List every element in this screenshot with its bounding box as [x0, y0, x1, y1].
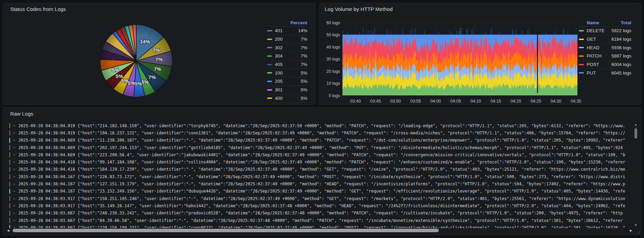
pie-legend-item[interactable]: 4045%	[267, 102, 307, 105]
legend-label: 200	[275, 37, 300, 42]
expand-chevron-icon[interactable]: >	[13, 189, 15, 194]
expand-chevron-icon[interactable]: >	[13, 138, 15, 143]
horizontal-scrollbar-thumb[interactable]	[13, 229, 439, 232]
legend-value: 5%	[300, 70, 307, 76]
scroll-up-arrow-icon[interactable]: ▲	[633, 123, 638, 127]
expand-chevron-icon[interactable]: >	[13, 131, 15, 135]
pie-legend-item[interactable]: 3047%	[267, 52, 307, 60]
pie-legend-percent-header[interactable]: Percent	[267, 19, 307, 26]
pie-legend-item[interactable]: 4057%	[267, 60, 307, 69]
log-level-bar	[9, 182, 10, 187]
expand-chevron-icon[interactable]: >	[13, 145, 15, 150]
log-row[interactable]: >2025-09-28 04:38:04.919 {"host":"194.16…	[7, 129, 631, 136]
pie-legend-item[interactable]: 1005%	[267, 68, 307, 77]
pie-legend-item[interactable]: 4005%	[267, 94, 307, 103]
horizontal-scrollbar[interactable]: ◀ ▶	[6, 228, 633, 233]
x-axis-label: 03:40	[350, 99, 361, 104]
log-row[interactable]: >2025-09-28 04:38:04.167 {"host":"226.83…	[7, 173, 631, 180]
pie-legend-item[interactable]: 2007%	[267, 35, 307, 43]
log-text: 2025-09-28 04:38:04.669 {"host":"223.200…	[18, 153, 625, 157]
legend-value: 5%	[300, 87, 307, 92]
log-row[interactable]: >2025-09-28 04:38:03.667 {"host":"229.15…	[7, 224, 631, 228]
y-axis-label: 60 logs	[326, 21, 340, 25]
log-row[interactable]: >2025-09-28 04:38:04.167 {"host":"23.152…	[7, 188, 631, 195]
log-row[interactable]: >2025-09-28 04:38:04.418 {"host":"184.12…	[7, 166, 631, 173]
legend-swatch	[579, 39, 584, 40]
expand-chevron-icon[interactable]: >	[13, 218, 15, 223]
log-row[interactable]: >2025-09-28 04:38:04.669 {"host":"11.238…	[7, 137, 631, 144]
legend-swatch	[267, 55, 272, 57]
expand-chevron-icon[interactable]: >	[13, 225, 15, 228]
timeseries-legend-item[interactable]: HEAD5936 logs	[579, 43, 631, 52]
timeseries-legend-rows: DELETE5922 logsGET6184 logsHEAD5936 logs…	[579, 26, 631, 77]
x-axis-label: 04:15	[490, 99, 501, 104]
log-text: 2025-09-28 04:38:04.919 {"host":"194.16.…	[18, 131, 625, 135]
log-row[interactable]: >2025-09-28 04:38:03.917 {"host":"158.25…	[7, 195, 631, 202]
pie-legend-item[interactable]: 2055%	[267, 77, 307, 85]
legend-name-header[interactable]: Name	[587, 20, 599, 25]
pie-legend-item[interactable]: 3027%	[267, 43, 307, 52]
timeseries-legend: Name Total DELETE5922 logsGET6184 logsHE…	[579, 19, 631, 77]
log-row[interactable]: >2025-09-28 04:38:04.669 {"host":"202.19…	[7, 144, 631, 151]
legend-swatch	[267, 47, 272, 48]
log-row[interactable]: >2025-09-28 04:38:03.917 {"host":"35.149…	[7, 202, 631, 209]
timeseries-legend-item[interactable]: GET6184 logs	[579, 35, 631, 43]
vertical-scrollbar-thumb[interactable]	[634, 128, 637, 138]
legend-value: 6184 logs	[611, 37, 631, 42]
legend-value: 5936 logs	[611, 45, 631, 50]
scroll-right-arrow-icon[interactable]: ▶	[629, 228, 633, 233]
scroll-left-arrow-icon[interactable]: ◀	[6, 228, 11, 233]
timeseries-legend-item[interactable]: PUT6045 logs	[579, 68, 631, 77]
expand-chevron-icon[interactable]: >	[13, 211, 15, 215]
legend-label: HEAD	[587, 45, 611, 50]
legend-total-header[interactable]: Total	[621, 20, 631, 25]
log-row[interactable]: >2025-09-28 04:38:04.669 {"host":"223.20…	[7, 151, 631, 158]
log-level-bar	[9, 130, 10, 135]
pie-legend-item[interactable]: 40114%	[267, 26, 307, 35]
pie-legend: Percent 40114%2007%3027%3047%4057%1005%2…	[267, 19, 307, 105]
expand-chevron-icon[interactable]: >	[13, 123, 15, 128]
log-row[interactable]: >2025-09-28 04:38:03.667 {"host":"246.23…	[7, 210, 631, 217]
expand-chevron-icon[interactable]: >	[13, 182, 15, 186]
y-axis-label: 30 logs	[326, 57, 340, 62]
expand-chevron-icon[interactable]: >	[13, 196, 15, 201]
log-row[interactable]: >2025-09-28 04:38:04.418 {"host":"99.147…	[7, 158, 631, 166]
x-axis-label: 04:10	[471, 99, 481, 104]
timeseries-legend-item[interactable]: POST6004 logs	[579, 60, 631, 69]
expand-chevron-icon[interactable]: >	[13, 203, 15, 208]
timeseries-legend-item[interactable]: PATCH5887 logs	[579, 52, 631, 60]
panel-title-raw-logs: Raw Logs	[10, 111, 33, 117]
panel-raw-logs: Raw Logs >2025-09-28 04:38:04.919 {"host…	[3, 107, 641, 235]
log-text: 2025-09-28 04:38:03.667 {"host":"84.39.6…	[18, 218, 623, 223]
log-text: 2025-09-28 04:38:03.917 {"host":"158.251…	[18, 196, 625, 201]
legend-label: 100	[275, 70, 300, 76]
expand-chevron-icon[interactable]: >	[13, 160, 15, 164]
expand-chevron-icon[interactable]: >	[13, 153, 15, 157]
expand-chevron-icon[interactable]: >	[13, 167, 15, 172]
timeseries-legend-item[interactable]: DELETE5922 logs	[579, 26, 631, 35]
log-row[interactable]: >2025-09-28 04:38:03.667 {"host":"84.39.…	[7, 217, 631, 224]
legend-swatch	[267, 30, 272, 31]
legend-label: 405	[275, 62, 300, 67]
legend-value: 5%	[300, 104, 307, 105]
legend-label: GET	[587, 37, 611, 42]
pie-slice-percent-label: 14%	[140, 39, 150, 44]
log-row[interactable]: >2025-09-28 04:38:04.167 {"host":"127.15…	[7, 180, 631, 187]
log-text: 2025-09-28 04:38:04.418 {"host":"184.129…	[18, 167, 625, 172]
legend-label: PUT	[587, 70, 611, 76]
panel-resize-handle[interactable]	[636, 230, 640, 234]
log-text: 2025-09-28 04:38:04.669 {"host":"202.197…	[18, 145, 623, 150]
vertical-scrollbar[interactable]: ▲ ▼	[633, 123, 638, 227]
scroll-down-arrow-icon[interactable]: ▼	[633, 223, 638, 227]
legend-label: PATCH	[587, 53, 611, 58]
x-axis-label: 03:50	[390, 99, 401, 104]
log-level-bar	[9, 203, 10, 208]
expand-chevron-icon[interactable]: >	[13, 174, 15, 179]
log-row[interactable]: >2025-09-28 04:38:04.919 {"host":"214.18…	[7, 122, 631, 129]
log-level-bar	[9, 189, 10, 194]
log-level-bar	[9, 138, 10, 143]
pie-slice-percent-label: 5%	[141, 79, 149, 85]
log-level-bar	[9, 152, 10, 157]
log-text: 2025-09-28 04:38:04.919 {"host":"214.182…	[18, 123, 625, 128]
pie-legend-item[interactable]: 3015%	[267, 85, 307, 94]
